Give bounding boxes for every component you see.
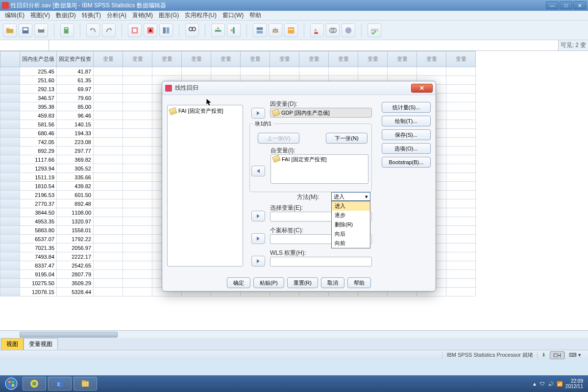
data-cell[interactable]: 2542.65: [57, 261, 94, 270]
data-cell[interactable]: 680.46: [20, 129, 57, 138]
data-cell[interactable]: 2222.17: [57, 252, 94, 261]
close-button[interactable]: ✕: [573, 1, 586, 9]
row-header[interactable]: [0, 147, 20, 155]
empty-cell[interactable]: [446, 147, 476, 155]
data-cell[interactable]: 2770.37: [20, 199, 57, 208]
data-cell[interactable]: 742.05: [20, 138, 57, 147]
weight-cases-icon[interactable]: [269, 24, 282, 37]
tray-icon[interactable]: 🔊: [548, 381, 554, 387]
column-header[interactable]: 变量: [417, 51, 446, 67]
empty-cell[interactable]: [446, 199, 476, 208]
method-option-stepwise[interactable]: 逐步: [332, 211, 370, 220]
data-cell[interactable]: 395.38: [20, 102, 57, 111]
save-button[interactable]: 保存(S)...: [382, 129, 431, 140]
column-header[interactable]: 变量: [152, 51, 182, 67]
data-cell[interactable]: 79.60: [57, 94, 94, 102]
empty-cell[interactable]: [446, 235, 476, 244]
menu-transform[interactable]: 转换(T): [79, 10, 104, 21]
data-cell[interactable]: 4953.35: [20, 217, 57, 226]
data-cell[interactable]: 41.87: [57, 67, 94, 76]
data-cell[interactable]: 7021.35: [20, 244, 57, 252]
options-button[interactable]: 选项(O)...: [382, 143, 431, 154]
empty-cell[interactable]: [446, 120, 476, 129]
empty-cell[interactable]: [446, 261, 476, 270]
column-header[interactable]: 变量: [182, 51, 211, 67]
data-cell[interactable]: 297.77: [57, 147, 94, 155]
empty-cell[interactable]: [123, 111, 152, 120]
row-header[interactable]: [0, 270, 20, 279]
use-sets-icon[interactable]: [326, 24, 340, 37]
method-select[interactable]: 进入 ▾: [331, 192, 370, 201]
bootstrap-button[interactable]: Bootstrap(B)...: [382, 157, 431, 168]
empty-cell[interactable]: [417, 67, 446, 76]
empty-cell[interactable]: [446, 102, 476, 111]
menu-edit[interactable]: 编辑(E): [2, 10, 27, 21]
menu-utilities[interactable]: 实用程序(U): [182, 10, 220, 21]
row-header[interactable]: [0, 164, 20, 173]
column-header[interactable]: 变量: [94, 51, 123, 67]
empty-cell[interactable]: [94, 182, 123, 191]
print-icon[interactable]: [34, 24, 48, 37]
dialog-titlebar[interactable]: 线性回归 ✕: [162, 81, 436, 95]
row-header[interactable]: [0, 226, 20, 235]
empty-cell[interactable]: [123, 76, 152, 85]
empty-cell[interactable]: [94, 217, 123, 226]
data-cell[interactable]: 6537.07: [20, 235, 57, 244]
row-header[interactable]: [0, 67, 20, 76]
horizontal-scrollbar[interactable]: [0, 330, 588, 338]
move-to-independent-button[interactable]: [251, 166, 265, 176]
empty-cell[interactable]: [446, 279, 476, 288]
paste-button[interactable]: 粘贴(P): [253, 277, 284, 288]
data-cell[interactable]: 5328.44: [57, 288, 94, 296]
empty-cell[interactable]: [446, 76, 476, 85]
empty-cell[interactable]: [94, 252, 123, 261]
data-cell[interactable]: 1293.94: [20, 164, 57, 173]
empty-cell[interactable]: [123, 235, 152, 244]
data-cell[interactable]: 2056.97: [57, 244, 94, 252]
row-header[interactable]: [0, 252, 20, 261]
row-header[interactable]: [0, 217, 20, 226]
empty-cell[interactable]: [270, 67, 299, 76]
empty-cell[interactable]: [94, 279, 123, 288]
data-cell[interactable]: 194.33: [57, 129, 94, 138]
column-header[interactable]: 变量: [270, 51, 299, 67]
menu-direct-marketing[interactable]: 直销(M): [129, 10, 156, 21]
data-cell[interactable]: 5883.80: [20, 226, 57, 235]
spellcheck-icon[interactable]: ABC: [368, 24, 381, 37]
empty-cell[interactable]: [123, 244, 152, 252]
method-option-forward[interactable]: 向前: [332, 239, 370, 248]
empty-cell[interactable]: [123, 191, 152, 199]
empty-cell[interactable]: [123, 226, 152, 235]
redo-icon[interactable]: [102, 24, 116, 37]
data-cell[interactable]: 251.60: [20, 76, 57, 85]
row-header[interactable]: [0, 129, 20, 138]
insert-case-icon[interactable]: [211, 24, 225, 37]
variables-icon[interactable]: [159, 24, 173, 37]
next-block-button[interactable]: 下一张(N): [326, 133, 368, 144]
method-dropdown[interactable]: 进入 逐步 删除(R) 向后 向前: [331, 201, 370, 248]
empty-cell[interactable]: [123, 288, 152, 296]
empty-cell[interactable]: [123, 120, 152, 129]
independent-field[interactable]: FAI [固定资产投资]: [270, 154, 368, 184]
empty-cell[interactable]: [123, 102, 152, 111]
empty-cell[interactable]: [211, 67, 241, 76]
empty-cell[interactable]: [123, 199, 152, 208]
empty-cell[interactable]: [123, 129, 152, 138]
method-option-remove[interactable]: 删除(R): [332, 220, 370, 229]
data-cell[interactable]: 7493.84: [20, 252, 57, 261]
empty-cell[interactable]: [446, 85, 476, 94]
recall-dialog-icon[interactable]: [60, 24, 74, 37]
goto-case-icon[interactable]: [128, 24, 142, 37]
empty-cell[interactable]: [123, 270, 152, 279]
empty-cell[interactable]: [94, 155, 123, 164]
empty-cell[interactable]: [123, 85, 152, 94]
empty-cell[interactable]: [446, 288, 476, 296]
tray-icon[interactable]: ▲: [532, 381, 537, 387]
row-header[interactable]: [0, 173, 20, 182]
empty-cell[interactable]: [123, 94, 152, 102]
empty-cell[interactable]: [123, 279, 152, 288]
empty-cell[interactable]: [446, 252, 476, 261]
row-header[interactable]: [0, 244, 20, 252]
start-button[interactable]: [2, 376, 21, 391]
empty-cell[interactable]: [446, 226, 476, 235]
